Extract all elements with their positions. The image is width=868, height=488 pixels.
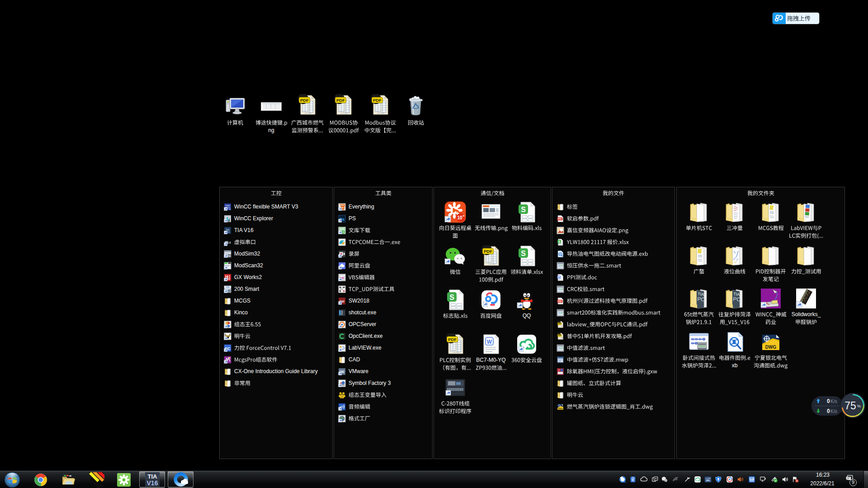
svg-text:PDF: PDF xyxy=(448,337,457,342)
svg-text:S: S xyxy=(521,250,526,257)
svg-text:sumatrapdf: sumatrapdf xyxy=(340,112,347,114)
svg-text:PDF: PDF xyxy=(558,300,562,302)
svg-text:W: W xyxy=(487,339,492,345)
svg-text:PDF: PDF xyxy=(558,218,562,220)
svg-text:LICEN: LICEN xyxy=(705,477,711,479)
svg-text:PDF: PDF xyxy=(336,98,345,103)
svg-text:th: th xyxy=(462,215,464,217)
svg-text:PDF: PDF xyxy=(300,98,309,103)
svg-text:S: S xyxy=(521,206,526,213)
svg-text:V16: V16 xyxy=(147,479,158,487)
svg-text:PO: PO xyxy=(697,296,705,303)
svg-text:PDF: PDF xyxy=(484,249,492,254)
svg-text:PDF: PDF xyxy=(373,98,382,103)
svg-text:DWG: DWG xyxy=(765,345,777,350)
svg-text:W: W xyxy=(558,275,561,278)
svg-text:S: S xyxy=(449,294,454,301)
svg-text:sumatrapdf: sumatrapdf xyxy=(377,112,384,114)
svg-text:10: 10 xyxy=(457,215,462,220)
svg-text:sumatrapdf: sumatrapdf xyxy=(488,263,495,265)
svg-text:M: M xyxy=(228,255,231,257)
svg-text:S: S xyxy=(558,240,561,243)
svg-text:PDF: PDF xyxy=(558,323,561,325)
svg-text:DWG: DWG xyxy=(558,407,563,409)
svg-text:S: S xyxy=(229,208,231,210)
svg-text:PO: PO xyxy=(733,296,741,303)
svg-text:sumatrapdf: sumatrapdf xyxy=(452,351,459,353)
svg-text:oop: oop xyxy=(226,286,230,288)
svg-text:PDF: PDF xyxy=(558,335,561,336)
svg-text:sumatrapdf: sumatrapdf xyxy=(304,112,311,114)
svg-text:TIA: TIA xyxy=(148,473,158,480)
svg-text:MA: MA xyxy=(706,479,710,482)
